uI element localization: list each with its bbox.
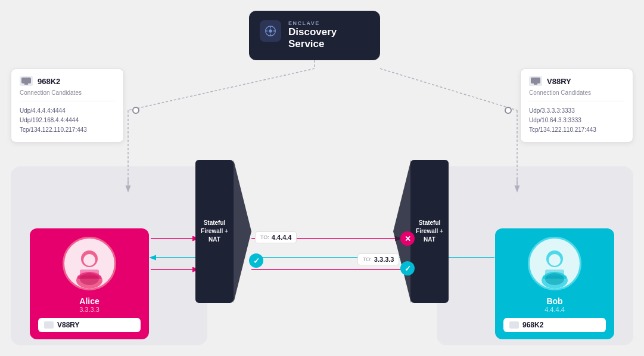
alice-peer-name: V88RY: [57, 321, 80, 329]
alice-ip: 3.3.3.3: [38, 306, 141, 313]
card-left-title: 968K2: [38, 77, 60, 86]
svg-rect-9: [534, 83, 537, 85]
alice-avatar: [63, 237, 116, 290]
discovery-label-top: ENCLAVE: [288, 20, 369, 26]
packet-2: TO: 3.3.3.3: [357, 253, 399, 265]
alice-name: Alice: [38, 296, 141, 306]
card-right-header: V88RY: [529, 76, 624, 86]
bob-name: Bob: [503, 296, 606, 306]
firewall-right: StatefulFirewall +NAT: [410, 160, 449, 303]
packet-2-addr: 3.3.3.3: [374, 256, 394, 263]
alice-box: Alice 3.3.3.3 V88RY: [30, 228, 149, 339]
discovery-service-box: ENCLAVE Discovery Service: [249, 11, 380, 60]
discovery-icon: [260, 20, 281, 42]
bob-peer-icon: [509, 321, 519, 329]
bob-ip: 4.4.4.4: [503, 306, 606, 313]
svg-point-21: [545, 273, 564, 285]
bob-box: Bob 4.4.4.4 968K2: [495, 228, 614, 339]
svg-marker-34: [234, 160, 251, 303]
svg-rect-8: [531, 78, 540, 83]
status-check-right-icon: ✓: [400, 261, 415, 275]
alice-peer-box: V88RY: [38, 318, 141, 332]
svg-point-15: [80, 273, 99, 285]
packet-1-addr: 4.4.4.4: [272, 234, 292, 241]
discovery-label-main: Discovery Service: [288, 26, 369, 51]
card-right-addr-2: Udp/10.64.3.3:3333: [529, 116, 624, 125]
svg-rect-6: [21, 78, 31, 83]
card-left-addresses: Udp/4.4.4.4:4444 Udp/192.168.4.4:4444 Tc…: [20, 106, 115, 135]
card-left-addr-2: Udp/192.168.4.4:4444: [20, 116, 115, 125]
svg-rect-7: [24, 83, 28, 85]
card-right-subtitle: Connection Candidates: [529, 89, 624, 96]
candidate-card-right: V88RY Connection Candidates Udp/3.3.3.3:…: [520, 69, 633, 143]
bob-peer-name: 968K2: [522, 321, 543, 329]
card-right-title: V88RY: [547, 77, 571, 86]
bob-avatar: [528, 237, 581, 290]
card-left-icon: [20, 76, 33, 86]
status-check-left-icon: ✓: [249, 253, 263, 268]
card-left-addr-1: Udp/4.4.4.4:4444: [20, 106, 115, 116]
status-x-icon: ✕: [400, 231, 415, 246]
firewall-right-text: StatefulFirewall +NAT: [416, 219, 443, 244]
card-right-addresses: Udp/3.3.3.3:3333 Udp/10.64.3.3:3333 Tcp/…: [529, 106, 624, 135]
card-right-addr-3: Tcp/134.122.110.217:443: [529, 125, 624, 135]
card-left-subtitle: Connection Candidates: [20, 89, 115, 96]
card-left-header: 968K2: [20, 76, 115, 86]
bob-peer-box: 968K2: [503, 318, 606, 332]
discovery-text: ENCLAVE Discovery Service: [288, 20, 369, 51]
firewall-left-text: StatefulFirewall +NAT: [201, 219, 228, 244]
candidate-card-left: 968K2 Connection Candidates Udp/4.4.4.4:…: [11, 69, 124, 143]
packet-2-to: TO:: [363, 256, 372, 262]
svg-point-14: [83, 254, 95, 266]
packet-1: TO: 4.4.4.4: [255, 231, 297, 243]
card-right-addr-1: Udp/3.3.3.3:3333: [529, 106, 624, 116]
firewall-left: StatefulFirewall +NAT: [195, 160, 234, 303]
card-right-icon: [529, 76, 542, 86]
alice-peer-icon: [44, 321, 54, 329]
connection-dot-right: [505, 107, 512, 114]
svg-line-23: [128, 69, 315, 110]
connection-dot-left: [132, 107, 139, 114]
svg-point-20: [549, 254, 561, 266]
packet-1-to: TO:: [260, 234, 269, 240]
card-left-addr-3: Tcp/134.122.110.217:443: [20, 125, 115, 135]
svg-line-24: [380, 69, 517, 110]
svg-point-1: [269, 29, 272, 33]
